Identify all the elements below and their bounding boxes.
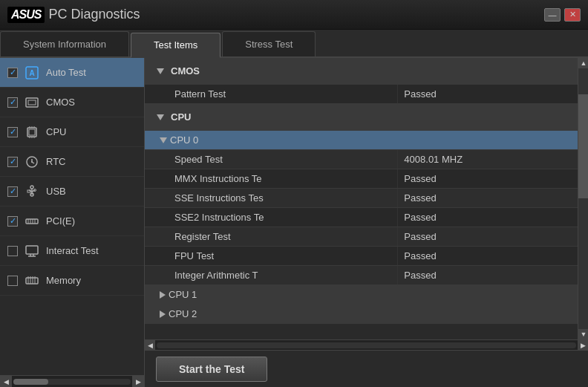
register-value: Passed: [398, 227, 578, 247]
start-test-button[interactable]: Start the Test: [156, 357, 267, 382]
sidebar-item-cpu[interactable]: CPU: [0, 117, 144, 147]
cmos-icon: [24, 94, 40, 111]
table-row: FPU Test Passed: [145, 247, 578, 266]
sidebar-item-pcie[interactable]: PCI(E): [0, 206, 144, 236]
cmos-section-header[interactable]: CMOS: [151, 62, 572, 80]
table-row: Integer Arithmetic T Passed: [145, 266, 578, 285]
vertical-scrollbar[interactable]: ▲ ▼: [578, 58, 588, 339]
usb-label: USB: [46, 186, 66, 197]
cpu2-subsection-row[interactable]: CPU 2: [145, 305, 578, 324]
scroll-up-button[interactable]: ▲: [578, 58, 588, 68]
cpu0-subsection-row[interactable]: CPU 0: [145, 131, 578, 150]
rtc-checkbox[interactable]: [7, 157, 18, 167]
cpu-checkbox[interactable]: [7, 127, 18, 137]
svg-point-14: [30, 186, 33, 189]
svg-rect-2: [26, 98, 38, 107]
tab-system-information[interactable]: System Information: [0, 31, 129, 56]
cpu-section-header[interactable]: CPU: [151, 108, 572, 126]
cpu-section-label: CPU: [171, 111, 191, 123]
sidebar-item-rtc[interactable]: RTC: [0, 147, 144, 177]
app-logo: ASUS PC Diagnostics: [7, 7, 140, 23]
sidebar-list: A Auto Test CMOS: [0, 58, 144, 375]
memory-icon: [24, 273, 40, 289]
scroll-left-button[interactable]: ◀: [145, 340, 155, 351]
sse-value: Passed: [398, 189, 578, 208]
close-button[interactable]: ✕: [564, 8, 581, 22]
cmos-section-row[interactable]: CMOS: [145, 58, 578, 85]
sidebar-item-cmos[interactable]: CMOS: [0, 88, 144, 117]
table-row: SSE Instructions Tes Passed: [145, 189, 578, 208]
app-title: PC Diagnostics: [48, 7, 140, 22]
svg-rect-5: [29, 129, 35, 135]
scroll-track[interactable]: [578, 68, 588, 329]
scroll-down-button[interactable]: ▼: [578, 329, 588, 339]
auto-test-icon: A: [24, 65, 40, 81]
cmos-checkbox[interactable]: [7, 97, 18, 108]
rtc-label: RTC: [46, 156, 65, 167]
cpu0-expand-icon: [160, 137, 167, 143]
sidebar-scroll-bar: ◀ ▶: [0, 375, 144, 387]
cpu-expand-icon: [157, 114, 164, 120]
table-row: MMX Instructions Te Passed: [145, 169, 578, 189]
table-row: Pattern Test Passed: [145, 85, 578, 104]
memory-checkbox[interactable]: [7, 276, 18, 286]
svg-rect-26: [26, 246, 38, 254]
scroll-right-button[interactable]: ▶: [578, 340, 588, 351]
sidebar-item-memory[interactable]: Memory: [0, 266, 144, 296]
sidebar-scroll-track: [13, 379, 131, 385]
svg-rect-21: [26, 219, 38, 224]
table-row: Speed Test 4008.01 MHZ: [145, 150, 578, 169]
h-scroll-track[interactable]: [157, 342, 576, 348]
tab-test-items[interactable]: Test Items: [131, 33, 220, 58]
rtc-icon: [24, 154, 40, 170]
sidebar-scroll-thumb: [13, 379, 48, 385]
cpu-section-row[interactable]: CPU: [145, 104, 578, 131]
bottom-bar: Start the Test: [145, 350, 588, 387]
sse2-name: SSE2 Instructions Te: [145, 208, 398, 227]
sidebar-item-interact-test[interactable]: Interact Test: [0, 236, 144, 266]
fpu-value: Passed: [398, 247, 578, 266]
interact-test-label: Interact Test: [46, 245, 99, 256]
pcie-checkbox[interactable]: [7, 216, 18, 227]
auto-test-checkbox[interactable]: [7, 68, 18, 78]
cmos-label: CMOS: [46, 97, 75, 108]
table-area: CMOS Pattern Test Passed: [145, 58, 588, 339]
sidebar-item-usb[interactable]: USB: [0, 177, 144, 206]
usb-icon: [24, 183, 40, 200]
sidebar-scroll-right[interactable]: ▶: [132, 376, 144, 388]
auto-test-label: Auto Test: [46, 67, 86, 78]
test-items-table: CMOS Pattern Test Passed: [145, 58, 578, 324]
mmx-name: MMX Instructions Te: [145, 169, 398, 189]
interact-test-checkbox[interactable]: [7, 246, 18, 256]
asus-brand: ASUS: [7, 7, 45, 23]
tab-stress-test[interactable]: Stress Test: [222, 31, 316, 56]
cpu0-header[interactable]: CPU 0: [145, 131, 578, 149]
svg-rect-3: [28, 100, 36, 105]
minimize-button[interactable]: —: [544, 8, 561, 22]
cmos-expand-icon: [157, 68, 164, 74]
cpu1-subsection-row[interactable]: CPU 1: [145, 285, 578, 305]
fpu-name: FPU Test: [145, 247, 398, 266]
interact-test-icon: [24, 243, 40, 259]
cpu-label: CPU: [46, 126, 66, 137]
cpu2-expand-icon: [160, 310, 166, 318]
cpu2-label: CPU 2: [169, 308, 197, 319]
pattern-test-name: Pattern Test: [145, 85, 398, 104]
cpu1-header[interactable]: CPU 1: [145, 285, 578, 304]
cpu2-header[interactable]: CPU 2: [145, 305, 578, 323]
usb-checkbox[interactable]: [7, 186, 18, 197]
table-scroll-content[interactable]: CMOS Pattern Test Passed: [145, 58, 578, 339]
cpu1-expand-icon: [160, 291, 166, 299]
title-bar: ASUS PC Diagnostics — ✕: [0, 0, 588, 30]
pcie-label: PCI(E): [46, 215, 75, 227]
integer-value: Passed: [398, 266, 578, 285]
sidebar-scroll-left[interactable]: ◀: [0, 376, 12, 388]
cpu0-label: CPU 0: [170, 134, 198, 146]
window-controls: — ✕: [544, 8, 581, 22]
speed-test-value: 4008.01 MHZ: [398, 150, 578, 169]
sidebar-item-auto-test[interactable]: A Auto Test: [0, 58, 144, 88]
scroll-thumb: [578, 94, 588, 198]
sse2-value: Passed: [398, 208, 578, 227]
sidebar: A Auto Test CMOS: [0, 58, 145, 387]
horizontal-scrollbar[interactable]: ◀ ▶: [145, 339, 588, 350]
